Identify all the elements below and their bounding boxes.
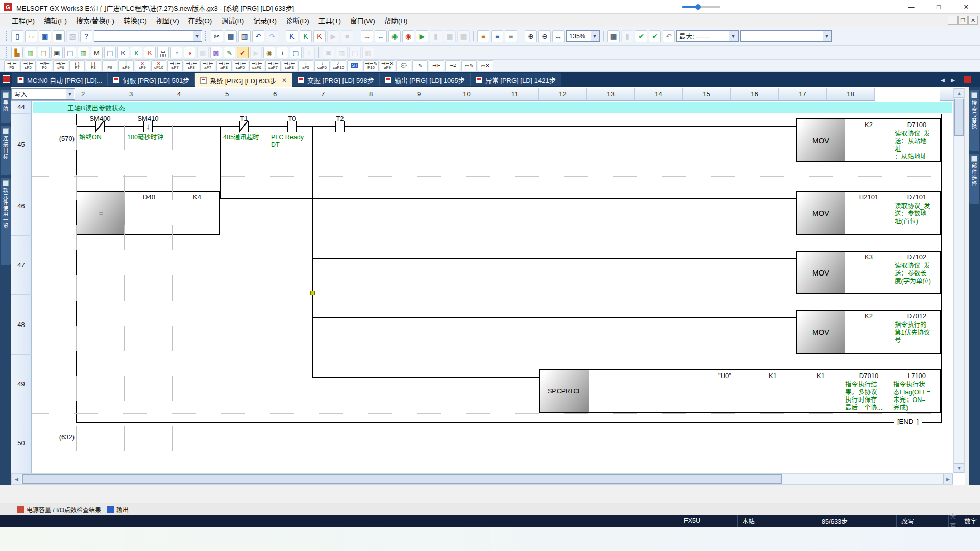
overlay-slider-knob[interactable]	[695, 4, 701, 10]
toolbar-grip[interactable]	[6, 31, 8, 41]
toolbar-icon[interactable]: ≡	[505, 30, 517, 42]
toolbar-icon[interactable]: ▮	[430, 30, 442, 42]
toolbar-icon[interactable]: ▣	[39, 30, 51, 42]
mdi-restore-button[interactable]: ❐	[958, 16, 968, 25]
toolbar-icon[interactable]: ↶	[663, 30, 675, 42]
toolbar-icon[interactable]: ▦	[197, 47, 209, 58]
menu-item[interactable]: 诊断(D)	[281, 14, 314, 27]
toolbar-icon[interactable]: ▶	[416, 30, 428, 42]
toolbar-icon[interactable]: ▤	[225, 30, 237, 42]
toolbar-icon[interactable]: ▣	[51, 47, 63, 58]
toolbar-icon[interactable]: ✔	[635, 30, 647, 42]
toolbar-icon[interactable]: M	[91, 47, 103, 58]
ladder-symbol-button[interactable]: ⊣↓⊢ saF6	[249, 60, 264, 71]
toolbar-icon[interactable]: ⊕	[525, 30, 537, 42]
document-tab[interactable]: 输出 [PRG] [LD] 1065步 ✕	[380, 73, 471, 86]
toolbar-icon[interactable]: ◉	[263, 47, 275, 58]
ladder-symbol-button[interactable]: ⊣↑⊢ saF5	[233, 60, 248, 71]
horizontal-scroll-thumb[interactable]	[22, 474, 782, 484]
toolbar-icon[interactable]: ✂	[211, 30, 223, 42]
toolbar-icon[interactable]: ▥	[78, 47, 89, 58]
dock-tab-连接目标[interactable]: 连接目标	[1, 126, 11, 175]
mdi-close-button[interactable]: ✕	[968, 16, 978, 25]
toolbar-icon[interactable]: 品	[157, 47, 169, 58]
document-tab[interactable]: MC:N0 自动 [PRG] [LD]... ✕	[12, 73, 108, 86]
toolbar-icon[interactable]: ↶	[252, 30, 264, 42]
vertical-scrollbar[interactable]: ▲ ▼	[953, 88, 965, 473]
toolbar-icon[interactable]: ▙	[11, 47, 23, 58]
document-tab[interactable]: 异常 [PRG] [LD] 1421步 ✕	[471, 73, 561, 86]
chevron-down-icon[interactable]: ▼	[591, 31, 599, 41]
toolbar-icon[interactable]: ▩	[210, 47, 222, 58]
toolbar-icon[interactable]: ▶	[327, 30, 339, 42]
toolbar-icon[interactable]: ✔	[237, 47, 249, 58]
toolbar-icon[interactable]: ▤	[64, 47, 76, 58]
scroll-up-icon[interactable]: ▲	[954, 88, 964, 98]
docked-tab[interactable]: 电源容量 / I/O点数检查结果	[17, 505, 101, 514]
ladder-symbol-button[interactable]: ⊣/⊢ F6	[37, 60, 52, 71]
ladder-symbol-button[interactable]: ⊣↑⊢ aF7	[200, 60, 215, 71]
menu-item[interactable]: 在线(O)	[184, 14, 217, 27]
toolbar-icon[interactable]: ▤	[38, 47, 50, 58]
menu-item[interactable]: 记录(R)	[249, 14, 281, 27]
contact-t0[interactable]	[287, 121, 297, 132]
ladder-symbol-button[interactable]: ⊣↓⊢ sF8	[184, 60, 199, 71]
mdi-minimize-button[interactable]: —	[948, 16, 958, 25]
toolbar-icon[interactable]: ↷	[266, 30, 278, 42]
menu-item[interactable]: 窗口(W)	[346, 14, 380, 27]
zoom-combo[interactable]: 135%▼	[566, 30, 600, 42]
ladder-symbol-button[interactable]: ⊣ ⊢ sF5	[20, 60, 36, 71]
filter-combo[interactable]: ▼	[740, 30, 832, 42]
menu-item[interactable]: 工程(P)	[7, 14, 39, 27]
instruction-mov[interactable]: MOV H2101 D7101 读取协议_发 送：参数地 址(首位)	[796, 191, 941, 235]
toolbar-icon[interactable]: K	[117, 47, 129, 58]
vertical-scroll-thumb[interactable]	[954, 99, 964, 136]
instruction-mov[interactable]: MOV K2 D7100 读取协议_发 送：从站地 址 ：从站地址	[796, 118, 941, 162]
menu-item[interactable]: 帮助(H)	[380, 14, 412, 27]
ladder-symbol-button[interactable]: [ ] F8	[86, 60, 101, 71]
toolbar-icon[interactable]: ▢	[290, 47, 302, 58]
toolbar-icon[interactable]: K	[286, 30, 298, 42]
ladder-symbol-button[interactable]: ⊣↑⊢ sF7	[167, 60, 183, 71]
toolbar-icon[interactable]: ≡	[477, 30, 489, 42]
toolbar-icon[interactable]: +	[277, 47, 288, 58]
toolbar-icon[interactable]: ▦	[607, 30, 620, 42]
project-data-combo[interactable]: ▼	[94, 30, 202, 42]
contact-t2[interactable]	[335, 121, 345, 132]
ladder-symbol-button[interactable]: ✕ cF10	[151, 60, 166, 71]
ladder-symbol-button[interactable]: ⊣⊢✕ aF9	[380, 60, 395, 71]
toolbar-icon[interactable]: →	[361, 30, 373, 42]
instruction-compare[interactable]: = D40 K4	[76, 191, 220, 235]
ladder-symbol-button[interactable]: ⊣↓⊢ saF8	[282, 60, 297, 71]
ladder-symbol-button[interactable]: ↓ caF5	[314, 60, 330, 71]
docked-tab[interactable]: 输出	[107, 505, 129, 514]
toolbar-icon[interactable]: ▮	[621, 30, 633, 42]
ladder-symbol-button[interactable]: ST	[347, 60, 362, 71]
toolbar-icon[interactable]: ▦	[362, 47, 374, 58]
toolbar-icon[interactable]: ▦	[444, 30, 456, 42]
toolbar-icon[interactable]: K	[300, 30, 312, 42]
document-tab[interactable]: 系统 [PRG] [LD] 633步 ✕	[195, 73, 292, 87]
chevron-down-icon[interactable]: ▼	[66, 89, 74, 99]
dock-tab-搜索与替换[interactable]: 搜索与替换	[969, 90, 979, 151]
ladder-symbol-button[interactable]: ⊣↓⊢ aF8	[216, 60, 232, 71]
scroll-down-icon[interactable]: ▼	[954, 463, 964, 473]
toolbar-icon[interactable]: ▥	[238, 30, 251, 42]
ladder-symbol-button[interactable]: 💬	[396, 60, 411, 71]
toolbar-icon[interactable]: K	[313, 30, 326, 42]
window-list-icon[interactable]	[964, 76, 971, 83]
toolbar-icon[interactable]: ▱	[25, 30, 37, 42]
toolbar-icon[interactable]: K	[144, 47, 156, 58]
horizontal-scrollbar[interactable]: ◀ ▶	[11, 473, 953, 485]
ladder-symbol-button[interactable]: ⊣ ⊢ F5	[4, 60, 19, 71]
toolbar-icon[interactable]: ←	[375, 30, 387, 42]
toolbar-icon[interactable]: ▦	[53, 30, 65, 42]
toolbar-icon[interactable]: K	[131, 47, 142, 58]
scroll-right-icon[interactable]: ▶	[943, 474, 953, 484]
toolbar-icon[interactable]: ⊖	[538, 30, 551, 42]
max-display-combo[interactable]: 最大: -------▼	[676, 30, 739, 42]
minimize-button[interactable]: —	[897, 0, 925, 14]
document-tab[interactable]: 伺服 [PRG] [LD] 501步 ✕	[108, 73, 195, 86]
toolbar-icon[interactable]: T	[303, 47, 315, 58]
ladder-symbol-button[interactable]: │ sF9	[118, 60, 134, 71]
